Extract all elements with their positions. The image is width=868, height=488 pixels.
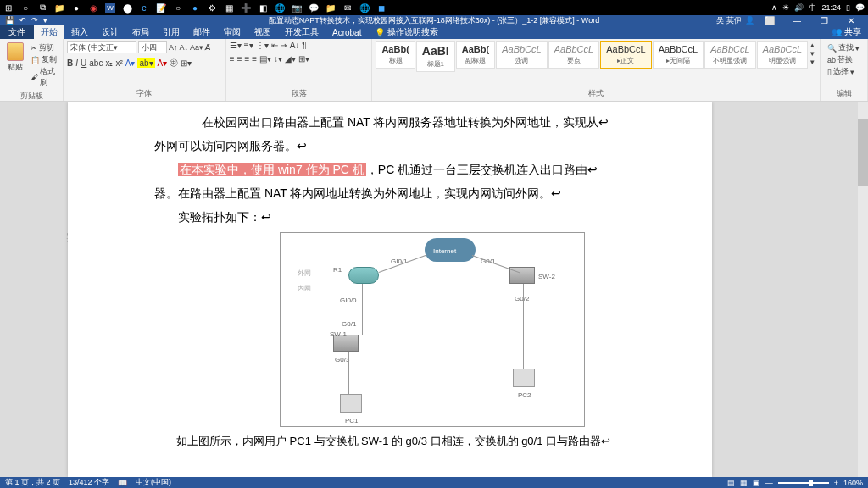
word-icon[interactable]: W xyxy=(105,3,115,13)
clear-format-icon[interactable]: A̸ xyxy=(205,43,210,52)
zoom-thumb[interactable] xyxy=(809,480,813,486)
font-size-select[interactable]: 小四 xyxy=(138,41,167,53)
shading-icon[interactable]: ◢▾ xyxy=(285,54,296,64)
print-layout-icon[interactable]: ▦ xyxy=(740,479,748,487)
zoom-out-icon[interactable]: — xyxy=(765,479,773,487)
subscript-button[interactable]: x₂ xyxy=(105,58,113,68)
tray-icon[interactable]: ▯ xyxy=(846,3,850,12)
language-indicator[interactable]: 中文(中国) xyxy=(136,477,171,488)
style-up-icon[interactable]: ▴ xyxy=(810,41,815,49)
save-icon[interactable]: 💾 xyxy=(5,16,14,25)
tab-developer[interactable]: 开发工具 xyxy=(278,25,326,39)
paste-button[interactable]: 粘贴 xyxy=(3,41,27,75)
style-item[interactable]: AaBbCcL不明显强调 xyxy=(704,41,755,69)
web-layout-icon[interactable]: ▣ xyxy=(753,479,760,487)
minimize-button[interactable]: — xyxy=(785,16,809,25)
align-center-icon[interactable]: ≡ xyxy=(237,54,242,64)
line-spacing-icon[interactable]: ↕▾ xyxy=(274,54,282,64)
spellcheck-icon[interactable]: 📖 xyxy=(118,479,127,487)
indent-dec-icon[interactable]: ⇤ xyxy=(271,41,278,50)
user-name[interactable]: 吴 莫伊 xyxy=(716,15,742,26)
indent-inc-icon[interactable]: ⇥ xyxy=(281,41,287,50)
document-canvas[interactable]: 实验目的 及 要 求 在校园网出口路由器上配置 NAT 将内网服务器地址转换为外… xyxy=(0,102,868,477)
zoom-level[interactable]: 160% xyxy=(843,479,863,487)
app-icon[interactable]: 🌐 xyxy=(359,3,370,13)
app-icon[interactable]: 📝 xyxy=(156,3,166,13)
align-right-icon[interactable]: ≡ xyxy=(244,54,249,64)
style-item[interactable]: AaBb(副标题 xyxy=(456,41,495,69)
tab-layout[interactable]: 布局 xyxy=(125,25,156,39)
find-button[interactable]: 🔍查找▾ xyxy=(827,42,860,53)
style-item[interactable]: AaBbCcL明显强调 xyxy=(757,41,808,69)
app-icon[interactable]: ● xyxy=(71,3,81,13)
volume-icon[interactable]: 🔊 xyxy=(794,3,804,12)
taskview-icon[interactable]: ⧉ xyxy=(37,3,47,13)
tab-references[interactable]: 引用 xyxy=(156,25,186,39)
numbering-icon[interactable]: ≡▾ xyxy=(244,41,253,50)
redo-icon[interactable]: ↷ xyxy=(31,16,38,25)
style-item[interactable]: AaBbCcL要点 xyxy=(548,41,599,69)
format-painter-button[interactable]: 🖌格式刷 xyxy=(31,66,58,88)
style-item[interactable]: AaBbCcL强调 xyxy=(496,41,547,69)
qat-more-icon[interactable]: ▾ xyxy=(43,16,47,25)
tab-review[interactable]: 审阅 xyxy=(217,25,248,39)
multilevel-icon[interactable]: ⋮▾ xyxy=(256,41,269,50)
app-icon[interactable]: 📷 xyxy=(292,3,302,13)
vertical-scrollbar[interactable] xyxy=(858,102,868,477)
page-indicator[interactable]: 第 1 页，共 2 页 xyxy=(5,477,60,488)
style-down-icon[interactable]: ▾ xyxy=(810,49,815,58)
distribute-icon[interactable]: ▤▾ xyxy=(259,54,271,64)
style-item[interactable]: AaBbCcL▸无间隔 xyxy=(653,41,704,69)
word-count[interactable]: 13/412 个字 xyxy=(69,477,109,488)
bold-button[interactable]: B xyxy=(67,58,73,68)
app-icon[interactable]: ⚙ xyxy=(207,3,217,13)
tray-up-icon[interactable]: ∧ xyxy=(771,3,777,12)
text-effect-icon[interactable]: A▾ xyxy=(125,58,136,68)
file-tab[interactable]: 文件 xyxy=(0,25,34,39)
style-item-active[interactable]: AaBbCcL▸正文 xyxy=(600,41,651,69)
tab-acrobat[interactable]: Acrobat xyxy=(326,25,368,39)
cut-button[interactable]: ✂剪切 xyxy=(31,42,58,53)
app-icon[interactable]: ○ xyxy=(173,3,183,13)
zoom-slider[interactable] xyxy=(778,482,829,484)
font-color-icon[interactable]: A▾ xyxy=(158,58,168,68)
app-icon[interactable]: ◉ xyxy=(88,3,98,13)
style-item[interactable]: AaBI标题1 xyxy=(416,41,455,72)
tell-me-search[interactable]: 💡操作说明搜索 xyxy=(375,26,438,38)
superscript-button[interactable]: x² xyxy=(115,58,122,68)
style-more-icon[interactable]: ▾ xyxy=(810,58,815,66)
grow-font-icon[interactable]: A↑ xyxy=(169,43,178,52)
read-mode-icon[interactable]: ▤ xyxy=(727,479,735,487)
style-item[interactable]: AaBb(标题 xyxy=(376,41,415,69)
app-icon[interactable]: ⬤ xyxy=(122,3,132,13)
tab-view[interactable]: 视图 xyxy=(248,25,278,39)
scroll-thumb[interactable] xyxy=(858,119,868,186)
underline-button[interactable]: U xyxy=(81,58,86,68)
explorer-icon[interactable]: 📁 xyxy=(54,3,64,13)
show-marks-icon[interactable]: ¶ xyxy=(302,41,306,50)
user-avatar-icon[interactable]: 👤 xyxy=(745,16,754,25)
change-case-icon[interactable]: Aa▾ xyxy=(190,43,203,52)
wechat-icon[interactable]: 💬 xyxy=(309,3,319,13)
app-icon[interactable]: ● xyxy=(190,3,200,13)
maximize-button[interactable]: ❐ xyxy=(812,16,836,25)
font-name-select[interactable]: 宋体 (中文正▾ xyxy=(67,41,136,53)
app-icon[interactable]: 📁 xyxy=(326,3,336,13)
share-button[interactable]: 👥 共享 xyxy=(825,26,868,38)
edge-icon[interactable]: e xyxy=(139,3,149,13)
borders-icon[interactable]: ⊞▾ xyxy=(298,54,309,64)
phonetic-icon[interactable]: ㊥ xyxy=(170,57,178,69)
undo-icon[interactable]: ↶ xyxy=(19,16,26,25)
bullets-icon[interactable]: ☰▾ xyxy=(230,41,242,50)
start-icon[interactable]: ⊞ xyxy=(3,3,14,13)
styles-gallery[interactable]: AaBb(标题 AaBI标题1 AaBb(副标题 AaBbCcL强调 AaBbC… xyxy=(376,41,816,87)
ribbon-options-icon[interactable]: ⬜ xyxy=(758,16,782,25)
app-icon[interactable]: ▦ xyxy=(224,3,234,13)
zoom-in-icon[interactable]: + xyxy=(834,479,838,487)
cortana-icon[interactable]: ○ xyxy=(20,3,31,13)
tray-icon[interactable]: ☀ xyxy=(782,3,789,12)
border-icon[interactable]: ⊞▾ xyxy=(181,58,192,68)
app-icon[interactable]: ◧ xyxy=(258,3,268,13)
italic-button[interactable]: I xyxy=(75,58,78,68)
select-button[interactable]: ▯选择▾ xyxy=(827,66,854,77)
